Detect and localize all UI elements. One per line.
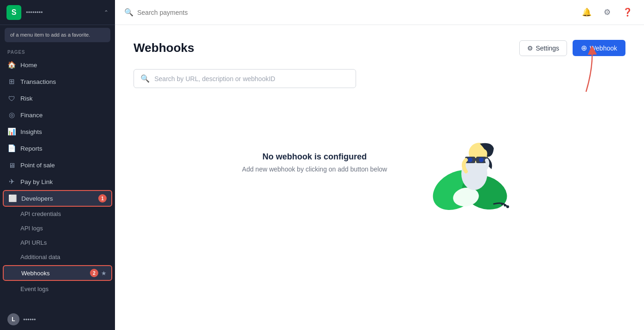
sidebar-item-label: Developers — [21, 195, 94, 202]
sidebar-item-transactions[interactable]: ⊞ Transactions — [0, 73, 115, 90]
sidebar-header[interactable]: S •••••••• ⌃ — [0, 0, 115, 25]
pos-icon: 🖥 — [7, 161, 16, 169]
sidebar-subitem-api-urls[interactable]: API URLs — [0, 235, 115, 250]
sidebar-item-label: Reports — [20, 145, 108, 152]
sidebar-subitem-webhooks[interactable]: Webhooks 2 ★ — [3, 265, 112, 281]
developers-icon: ⬜ — [8, 194, 17, 203]
search-container: 🔍 — [124, 8, 282, 17]
sub-item-label: API logs — [20, 225, 43, 232]
sidebar-item-label: Home — [20, 62, 108, 69]
sidebar-item-pay-by-link[interactable]: ✈ Pay by Link — [0, 173, 115, 190]
sidebar-subitem-additional-data[interactable]: Additional data — [0, 250, 115, 264]
user-name: •••••• — [23, 316, 36, 323]
empty-title: No webhook is configured — [242, 152, 387, 162]
sidebar-item-reports[interactable]: 📄 Reports — [0, 140, 115, 157]
sidebar-item-label: Insights — [20, 128, 108, 135]
sidebar-item-label: Transactions — [20, 78, 108, 85]
webhook-search-container: 🔍 — [134, 69, 356, 88]
sidebar-subitem-event-logs[interactable]: Event logs — [0, 282, 115, 296]
sub-item-label: Webhooks — [21, 270, 50, 277]
finance-icon: ◎ — [7, 111, 16, 119]
sub-item-label: Event logs — [20, 286, 49, 292]
sidebar-subitem-api-credentials[interactable]: API credentials — [0, 207, 115, 221]
sidebar-item-risk[interactable]: 🛡 Risk — [0, 90, 115, 107]
svg-point-4 — [504, 204, 506, 207]
svg-point-11 — [479, 158, 484, 162]
main-content: 🔍 🔔 ⚙ ❓ Webhooks ⚙ — [115, 0, 644, 330]
sidebar-item-developers[interactable]: ⬜ Developers 1 — [3, 190, 112, 207]
sidebar-item-finance[interactable]: ◎ Finance — [0, 107, 115, 123]
webhook-search-icon: 🔍 — [140, 74, 150, 83]
sidebar-company-name: •••••••• — [26, 9, 99, 16]
gear-icon: ⚙ — [527, 44, 533, 52]
svg-point-10 — [468, 158, 472, 162]
top-navbar: 🔍 🔔 ⚙ ❓ — [115, 0, 644, 25]
plus-circle-icon: ⊕ — [581, 44, 587, 52]
sidebar-item-insights[interactable]: 📊 Insights — [0, 123, 115, 140]
star-icon: ★ — [101, 270, 107, 277]
settings-button[interactable]: ⚙ Settings — [519, 40, 567, 56]
bell-icon[interactable]: 🔔 — [579, 5, 594, 20]
add-webhook-button[interactable]: ⊕ Webhook — [573, 40, 625, 56]
sidebar: S •••••••• ⌃ of a menu item to add as a … — [0, 0, 115, 330]
webhook-search-input[interactable] — [154, 75, 349, 82]
transactions-icon: ⊞ — [7, 77, 16, 86]
sidebar-logo: S — [6, 5, 21, 20]
user-area[interactable]: L •••••• — [0, 309, 115, 330]
sidebar-item-label: Risk — [20, 95, 108, 102]
svg-point-5 — [501, 203, 503, 205]
search-icon: 🔍 — [124, 8, 134, 17]
webhooks-badge: 2 — [90, 269, 98, 277]
sidebar-item-label: Pay by Link — [20, 178, 108, 185]
help-icon[interactable]: ❓ — [620, 5, 635, 20]
svg-rect-12 — [474, 158, 477, 161]
reports-icon: 📄 — [7, 144, 16, 152]
illustration — [424, 116, 517, 209]
empty-state-content: No webhook is configured Add new webhook… — [242, 116, 517, 209]
svg-point-3 — [506, 205, 509, 208]
pay-by-link-icon: ✈ — [7, 178, 16, 186]
empty-state: No webhook is configured Add new webhook… — [134, 88, 625, 236]
sub-item-label: API URLs — [20, 239, 47, 246]
page-header: Webhooks ⚙ Settings ⊕ Webhook — [134, 40, 625, 56]
search-input[interactable] — [137, 9, 282, 16]
chevron-icon: ⌃ — [104, 9, 108, 16]
page-title: Webhooks — [134, 41, 194, 55]
sidebar-item-home[interactable]: 🏠 Home — [0, 57, 115, 73]
developers-badge: 1 — [98, 194, 107, 203]
home-icon: 🏠 — [7, 61, 16, 69]
sidebar-item-label: Finance — [20, 112, 108, 119]
empty-text-block: No webhook is configured Add new webhook… — [242, 152, 387, 173]
settings-icon[interactable]: ⚙ — [599, 5, 614, 20]
risk-icon: 🛡 — [7, 94, 16, 102]
sidebar-subitem-api-logs[interactable]: API logs — [0, 221, 115, 235]
sidebar-item-point-of-sale[interactable]: 🖥 Point of sale — [0, 157, 115, 173]
tooltip-box: of a menu item to add as a favorite. — [5, 28, 110, 42]
pages-label: PAGES — [0, 45, 115, 57]
empty-subtitle: Add new webhook by clicking on add butto… — [242, 165, 387, 173]
sidebar-item-label: Point of sale — [20, 162, 108, 169]
avatar: L — [7, 313, 19, 325]
sub-item-label: Additional data — [20, 254, 60, 260]
sub-item-label: API credentials — [20, 210, 61, 217]
insights-icon: 📊 — [7, 127, 16, 136]
page-content: Webhooks ⚙ Settings ⊕ Webhook 🔍 No web — [115, 25, 644, 330]
header-actions: ⚙ Settings ⊕ Webhook — [519, 40, 626, 56]
